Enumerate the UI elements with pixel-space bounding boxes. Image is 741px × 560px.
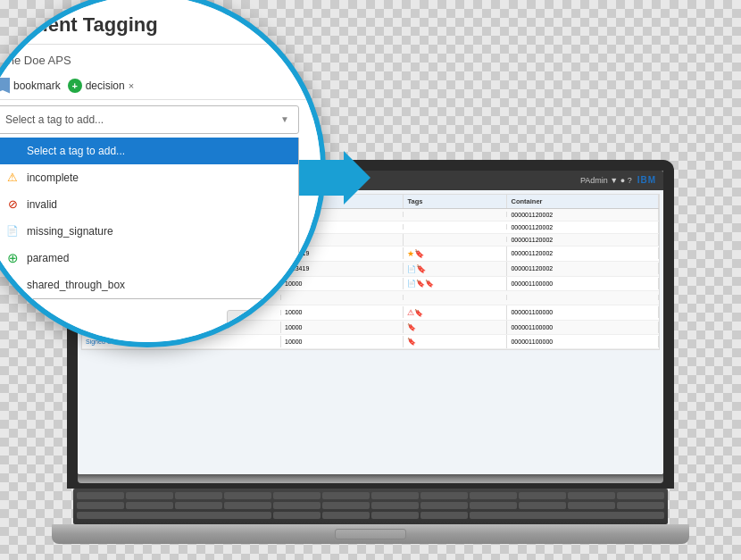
col-header-tags: Tags <box>404 195 507 208</box>
arrow-icon <box>299 151 370 205</box>
document-icon: 📄 <box>5 224 20 238</box>
dropdown-list: Select a tag to add... ⚠ incomplete ⊘ in… <box>0 138 299 299</box>
dropdown-item-select[interactable]: Select a tag to add... <box>0 138 298 164</box>
decision-label: decision <box>86 79 125 92</box>
bookmark-label: bookmark <box>13 79 61 92</box>
dropdown-container: Select a tag to add... ▼ <box>0 100 321 138</box>
dropdown-item-missing-signature[interactable]: 📄 missing_signature <box>0 218 298 245</box>
laptop-hinge <box>78 474 663 483</box>
tag-decision: + decision × <box>68 79 134 93</box>
ibm-logo: IBM <box>637 175 656 185</box>
zoom-arrow <box>299 151 370 208</box>
laptop-base <box>52 524 689 544</box>
laptop-keyboard <box>73 489 668 524</box>
dialog-panel: ocument Tagging Jane Doe APS bookmark + … <box>0 0 321 342</box>
chevron-down-icon: ▼ <box>280 114 289 124</box>
dialog-title: ocument Tagging <box>0 0 321 45</box>
dropdown-item-shared-through-box[interactable]: ↗ shared_through_box <box>0 272 298 298</box>
scene: PAdmin ▼ ● ? IBM Number Tags Container <box>22 17 719 544</box>
tags-row: bookmark + decision × <box>0 72 321 99</box>
dropdown-item-paramed[interactable]: ⊕ paramed <box>0 245 298 272</box>
svg-marker-0 <box>299 151 370 205</box>
col-header-container: Container <box>507 195 659 208</box>
error-icon: ⊘ <box>5 197 20 212</box>
tag-select-dropdown[interactable]: Select a tag to add... ▼ <box>0 105 299 134</box>
blank-icon <box>5 144 20 158</box>
bookmark-icon <box>0 78 10 94</box>
laptop-touchpad <box>335 529 406 539</box>
dropdown-item-label: invalid <box>27 198 57 211</box>
tag-bookmark: bookmark <box>0 78 61 94</box>
topbar-user: PAdmin ▼ ● ? <box>580 176 632 185</box>
dropdown-item-label: incomplete <box>27 171 79 184</box>
box-icon: ↗ <box>5 278 20 292</box>
dialog-subtitle: Jane Doe APS <box>0 45 321 72</box>
warning-icon: ⚠ <box>5 171 20 185</box>
dropdown-item-label: missing_signature <box>27 225 113 238</box>
dropdown-selected-label: Select a tag to add... <box>5 113 104 126</box>
dropdown-item-incomplete[interactable]: ⚠ incomplete <box>0 164 298 191</box>
tag-remove-button[interactable]: × <box>129 80 134 91</box>
plus-circle-icon: + <box>68 79 82 93</box>
plus-circle-icon: ⊕ <box>5 251 20 265</box>
dropdown-item-invalid[interactable]: ⊘ invalid <box>0 191 298 218</box>
dropdown-item-label: Select a tag to add... <box>27 145 125 157</box>
dropdown-item-label: shared_through_box <box>27 279 125 291</box>
dropdown-item-label: paramed <box>27 252 69 264</box>
